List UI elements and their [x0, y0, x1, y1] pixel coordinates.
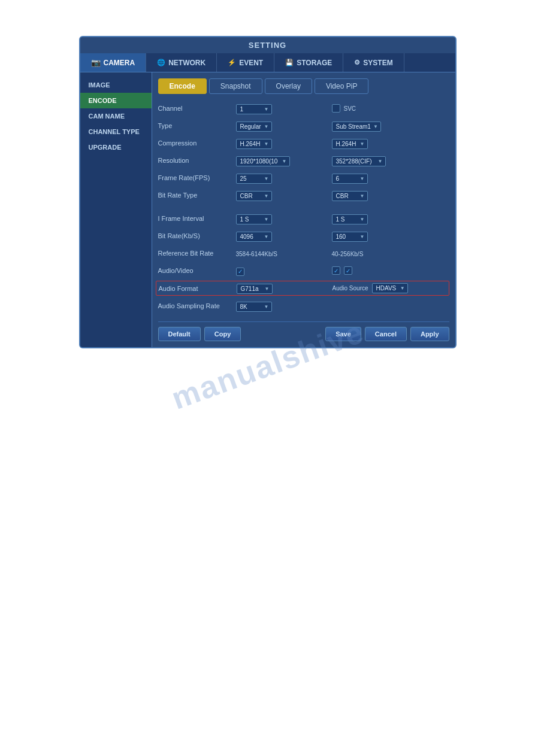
i-frame-row: I Frame Interval 1 S ▼ 1 S ▼: [158, 211, 449, 226]
audio-sampling-label: Audio Sampling Rate: [158, 302, 236, 309]
audio-sampling-row: Audio Sampling Rate 8K ▼: [158, 299, 449, 313]
resolution-right-arrow: ▼: [378, 159, 383, 164]
ref-bit-rate-label: Reference Bit Rate: [158, 250, 236, 257]
resolution-select[interactable]: 1920*1080(10 ▼: [236, 156, 290, 166]
button-row: Default Copy Save Cancel Apply: [158, 321, 449, 341]
audio-video-checkbox-right2[interactable]: ✓: [344, 266, 352, 275]
channel-select[interactable]: 1 ▼: [236, 104, 272, 114]
audio-video-label: Audio/Video: [158, 267, 236, 274]
bit-rate-type-right-select[interactable]: CBR ▼: [332, 191, 368, 201]
frame-rate-label: Frame Rate(FPS): [158, 174, 236, 181]
sub-stream-arrow: ▼: [373, 124, 378, 129]
sidebar-item-cam-name[interactable]: CAM NAME: [80, 108, 152, 124]
type-label: Type: [158, 122, 236, 129]
bit-rate-right-select[interactable]: 160 ▼: [332, 232, 368, 242]
audio-video-row: Audio/Video ✓ ✓ ✓: [158, 263, 449, 278]
frame-rate-right-select[interactable]: 6 ▼: [332, 174, 368, 184]
sub-tabs: Encode Snapshot Overlay Video PiP: [158, 78, 449, 94]
svc-checkbox[interactable]: [332, 104, 340, 113]
bit-rate-select[interactable]: 4096 ▼: [236, 232, 272, 242]
btn-group-right: Save Cancel Apply: [325, 327, 449, 341]
tab-video-pip[interactable]: Video PiP: [315, 78, 368, 94]
audio-source-label: Audio Source: [333, 285, 368, 292]
frame-rate-arrow: ▼: [264, 176, 269, 181]
audio-format-arrow: ▼: [265, 286, 270, 292]
i-frame-right-select[interactable]: 1 S ▼: [332, 214, 368, 224]
audio-video-checkbox-right1[interactable]: ✓: [332, 266, 340, 275]
apply-button[interactable]: Apply: [410, 327, 449, 341]
resolution-right-select[interactable]: 352*288(CIF) ▼: [332, 156, 386, 166]
sub-stream-select[interactable]: Sub Stream1 ▼: [332, 122, 381, 132]
bit-rate-type-select[interactable]: CBR ▼: [236, 191, 272, 201]
audio-source-select[interactable]: HDAVS ▼: [372, 283, 408, 293]
tab-encode[interactable]: Encode: [158, 78, 207, 94]
compression-arrow: ▼: [264, 141, 269, 147]
ref-bit-rate-row: Reference Bit Rate 3584-6144Kb/S 40-256K…: [158, 246, 449, 260]
nav-event[interactable]: ⚡ EVENT: [217, 53, 274, 72]
nav-camera[interactable]: 📷 CAMERA: [80, 53, 147, 72]
compression-right-arrow: ▼: [360, 141, 365, 147]
storage-icon: 💾: [285, 59, 294, 66]
encode-form: Channel 1 ▼ SVC: [158, 101, 449, 341]
setting-panel: SETTING 📷 CAMERA 🌐 NETWORK ⚡ EVENT 💾 STO…: [79, 36, 457, 348]
tab-overlay[interactable]: Overlay: [265, 78, 312, 94]
nav-system[interactable]: ⚙ SYSTEM: [343, 53, 404, 72]
type-select[interactable]: Regular ▼: [236, 122, 272, 132]
default-button[interactable]: Default: [158, 327, 201, 341]
sidebar-item-image[interactable]: IMAGE: [80, 77, 152, 93]
channel-label: Channel: [158, 105, 236, 112]
i-frame-right-arrow: ▼: [360, 217, 365, 222]
i-frame-arrow: ▼: [264, 217, 269, 222]
nav-storage[interactable]: 💾 STORAGE: [274, 53, 343, 72]
camera-icon: 📷: [91, 58, 101, 67]
bit-rate-arrow: ▼: [264, 234, 269, 239]
compression-select[interactable]: H.264H ▼: [236, 139, 272, 149]
audio-video-checkbox-left[interactable]: ✓: [236, 268, 244, 276]
resolution-row: Resolution 1920*1080(10 ▼ 352*288(CIF) ▼: [158, 153, 449, 168]
ref-bit-rate-value: 3584-6144Kb/S: [236, 251, 278, 257]
svc-label: SVC: [344, 105, 356, 112]
i-frame-select[interactable]: 1 S ▼: [236, 214, 272, 224]
svc-container: SVC: [332, 104, 449, 113]
compression-right-select[interactable]: H.264H ▼: [332, 139, 368, 149]
audio-format-label: Audio Format: [159, 285, 237, 292]
bit-rate-type-row: Bit Rate Type CBR ▼ CBR ▼: [158, 188, 449, 202]
resolution-arrow: ▼: [282, 159, 287, 164]
content-area: Encode Snapshot Overlay Video PiP: [152, 72, 455, 347]
resolution-label: Resolution: [158, 157, 236, 164]
nav-network[interactable]: 🌐 NETWORK: [146, 53, 217, 72]
audio-sampling-select[interactable]: 8K ▼: [236, 302, 272, 312]
save-button[interactable]: Save: [325, 327, 361, 341]
type-arrow: ▼: [264, 124, 269, 129]
sidebar: IMAGE ENCODE CAM NAME CHANNEL TYPE UPGRA…: [80, 72, 152, 347]
compression-row: Compression H.264H ▼ H.264H ▼: [158, 136, 449, 150]
bit-rate-type-right-arrow: ▼: [360, 193, 365, 199]
network-icon: 🌐: [157, 59, 165, 66]
audio-format-row: Audio Format G711a ▼ Audio Source: [156, 281, 449, 296]
audio-format-select[interactable]: G711a ▼: [237, 284, 273, 294]
bit-rate-row: Bit Rate(Kb/S) 4096 ▼ 160 ▼: [158, 229, 449, 243]
frame-rate-row: Frame Rate(FPS) 25 ▼ 6 ▼: [158, 171, 449, 185]
audio-sampling-arrow: ▼: [264, 304, 269, 309]
system-icon: ⚙: [354, 59, 360, 66]
bit-rate-label: Bit Rate(Kb/S): [158, 232, 236, 239]
sidebar-item-channel-type[interactable]: CHANNEL TYPE: [80, 124, 152, 139]
btn-group-left: Default Copy: [158, 327, 241, 341]
channel-row: Channel 1 ▼ SVC: [158, 101, 449, 116]
channel-arrow: ▼: [264, 107, 269, 112]
bit-rate-type-label: Bit Rate Type: [158, 192, 236, 199]
type-row: Type Regular ▼ Sub Stream1 ▼: [158, 119, 449, 133]
compression-label: Compression: [158, 139, 236, 147]
tab-snapshot[interactable]: Snapshot: [209, 78, 262, 94]
sidebar-item-encode[interactable]: ENCODE: [80, 93, 152, 108]
window-title: SETTING: [80, 37, 455, 53]
cancel-button[interactable]: Cancel: [365, 327, 407, 341]
top-nav: 📷 CAMERA 🌐 NETWORK ⚡ EVENT 💾 STORAGE ⚙ S…: [80, 53, 455, 72]
ref-bit-rate-right-value: 40-256Kb/S: [332, 251, 364, 257]
main-content: IMAGE ENCODE CAM NAME CHANNEL TYPE UPGRA…: [80, 72, 455, 347]
frame-rate-select[interactable]: 25 ▼: [236, 174, 272, 184]
copy-button[interactable]: Copy: [204, 327, 241, 341]
i-frame-label: I Frame Interval: [158, 215, 236, 222]
audio-source-arrow: ▼: [400, 286, 405, 291]
sidebar-item-upgrade[interactable]: UPGRADE: [80, 139, 152, 155]
